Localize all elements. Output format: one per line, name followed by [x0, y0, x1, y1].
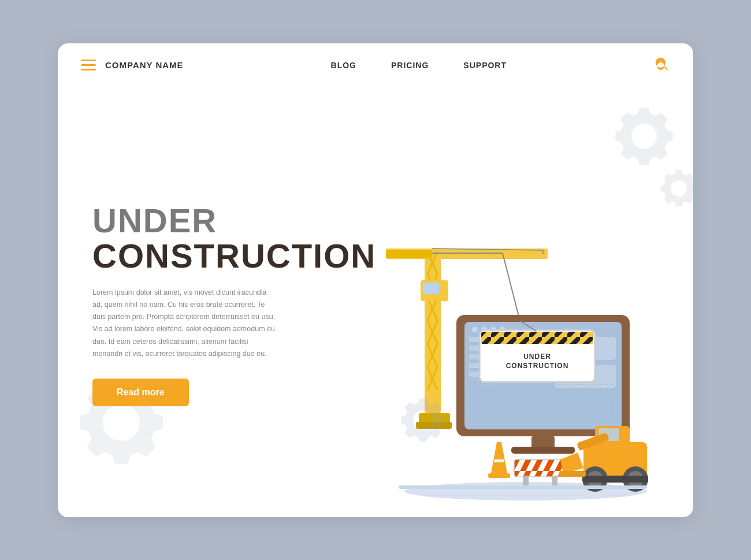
svg-marker-49 [491, 442, 507, 473]
svg-rect-56 [552, 476, 557, 486]
svg-rect-3 [386, 250, 432, 258]
nav-left: COMPANY NAME [81, 60, 184, 71]
right-panel: UNDER CONSTRUCTION [300, 87, 693, 517]
left-panel: UNDER CONSTRUCTION Lorem ipsum dolor sit… [58, 87, 300, 517]
svg-rect-52 [514, 459, 566, 477]
svg-line-21 [503, 253, 520, 321]
svg-rect-66 [582, 476, 648, 483]
main-card: COMPANY NAME BLOG PRICING SUPPORT [58, 43, 693, 517]
nav-link-blog[interactable]: BLOG [331, 61, 356, 70]
svg-rect-70 [399, 485, 647, 489]
navbar: COMPANY NAME BLOG PRICING SUPPORT [58, 43, 693, 87]
svg-rect-69 [559, 471, 586, 477]
svg-point-27 [472, 327, 478, 332]
svg-rect-50 [488, 473, 510, 478]
main-content: UNDER CONSTRUCTION Lorem ipsum dolor sit… [58, 87, 693, 517]
nav-link-support[interactable]: SUPPORT [463, 61, 507, 70]
main-heading: UNDER CONSTRUCTION [92, 203, 277, 274]
svg-rect-43 [479, 330, 595, 344]
nav-center: BLOG PRICING SUPPORT [184, 61, 654, 70]
nav-link-pricing[interactable]: PRICING [391, 61, 429, 70]
gear-deco-mid-right-icon [659, 168, 693, 211]
company-name: COMPANY NAME [105, 60, 184, 70]
hamburger-icon[interactable] [81, 60, 96, 71]
search-icon[interactable] [654, 56, 670, 75]
svg-rect-17 [423, 283, 439, 294]
svg-text:CONSTRUCTION: CONSTRUCTION [506, 362, 569, 370]
svg-text:UNDER: UNDER [523, 353, 551, 361]
construction-scene: UNDER CONSTRUCTION [300, 159, 659, 517]
svg-rect-51 [494, 459, 504, 462]
svg-rect-40 [511, 447, 575, 454]
read-more-button[interactable]: Read more [92, 379, 189, 406]
svg-rect-55 [523, 476, 529, 486]
svg-marker-68 [560, 453, 583, 474]
description-text: Lorem ipsum dolor sit amet, vis movet di… [92, 287, 277, 361]
nav-right [654, 56, 670, 75]
